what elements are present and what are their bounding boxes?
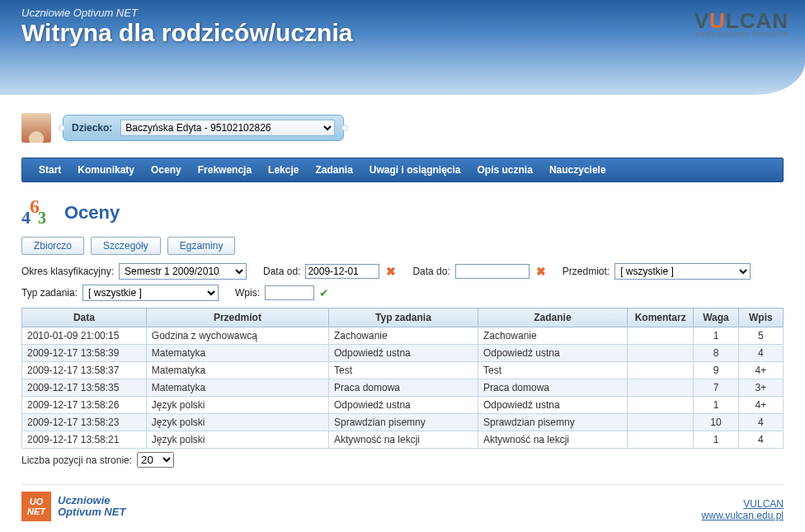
table-cell: 4 bbox=[738, 345, 783, 362]
th-waga[interactable]: Waga bbox=[694, 308, 738, 327]
grades-table: Data Przedmiot Typ zadania Zadanie Komen… bbox=[21, 308, 784, 449]
table-cell: 8 bbox=[694, 345, 738, 362]
th-komentarz[interactable]: Komentarz bbox=[627, 308, 693, 327]
table-cell: 1 bbox=[694, 397, 738, 414]
typ-label: Typ zadania: bbox=[21, 287, 78, 299]
table-cell bbox=[627, 379, 693, 397]
table-cell: Sprawdzian pisemny bbox=[478, 414, 627, 431]
header-title: Witryna dla rodziców/ucznia bbox=[21, 19, 784, 47]
header-subtitle: Uczniowie Optivum NET bbox=[21, 7, 784, 19]
table-cell bbox=[627, 414, 693, 431]
vulcan-logo: VULCAN ZARZĄDZANIE OŚWIATĄ bbox=[694, 8, 789, 38]
uonet-icon: UO NET bbox=[21, 492, 51, 521]
table-row: 2009-12-17 13:58:26Język polskiOdpowiedź… bbox=[22, 397, 784, 414]
student-avatar bbox=[21, 113, 51, 143]
table-cell: 9 bbox=[694, 362, 738, 379]
typ-select[interactable]: [ wszystkie ] bbox=[82, 285, 219, 301]
nav-oceny[interactable]: Oceny bbox=[143, 164, 190, 176]
nav-frekwencja[interactable]: Frekwencja bbox=[190, 164, 260, 176]
table-cell bbox=[627, 431, 693, 449]
nav-lekcje[interactable]: Lekcje bbox=[260, 164, 307, 176]
table-cell: Odpowiedź ustna bbox=[478, 397, 627, 414]
table-cell: Praca domowa bbox=[329, 379, 478, 397]
wpis-input[interactable] bbox=[265, 285, 314, 300]
footer-link-url[interactable]: www.vulcan.edu.pl bbox=[702, 510, 784, 521]
table-cell: 2009-12-17 13:58:21 bbox=[22, 431, 147, 449]
data-od-clear-icon[interactable]: ✖ bbox=[384, 265, 398, 278]
table-cell: Sprawdzian pisemny bbox=[329, 414, 478, 431]
header-banner: Uczniowie Optivum NET Witryna dla rodzic… bbox=[0, 0, 805, 95]
table-cell: 1 bbox=[694, 431, 738, 449]
table-cell: 2009-12-17 13:58:37 bbox=[22, 362, 147, 379]
table-row: 2009-12-17 13:58:23Język polskiSprawdzia… bbox=[22, 414, 784, 431]
table-cell: 2010-01-09 21:00:15 bbox=[22, 327, 147, 345]
tab-zbiorczo[interactable]: Zbiorczo bbox=[21, 237, 84, 255]
tab-egzaminy[interactable]: Egzaminy bbox=[167, 237, 236, 255]
nav-uwagi[interactable]: Uwagi i osiągnięcia bbox=[361, 164, 469, 176]
th-data[interactable]: Data bbox=[22, 308, 147, 327]
okres-select[interactable]: Semestr 1 2009/2010 bbox=[119, 263, 247, 280]
table-cell: 5 bbox=[738, 327, 783, 345]
footer-brand: UO NET Uczniowie Optivum NET bbox=[21, 492, 125, 521]
table-cell: Aktywność na lekcji bbox=[329, 431, 478, 449]
footer-link-vulcan[interactable]: VULCAN bbox=[702, 498, 784, 510]
th-wpis[interactable]: Wpis bbox=[738, 308, 783, 327]
table-cell: Język polski bbox=[146, 414, 328, 431]
table-cell: Aktywność na lekcji bbox=[478, 431, 627, 449]
th-przedmiot[interactable]: Przedmiot bbox=[146, 308, 328, 327]
data-od-input[interactable] bbox=[305, 264, 379, 279]
pager-select[interactable]: 20 bbox=[137, 452, 174, 468]
table-cell: Zachowanie bbox=[478, 327, 627, 345]
table-cell: Matematyka bbox=[146, 379, 328, 397]
tab-szczegoly[interactable]: Szczegóły bbox=[91, 237, 161, 255]
table-cell: Zachowanie bbox=[329, 327, 478, 345]
table-cell: Odpowiedź ustna bbox=[329, 397, 478, 414]
table-cell: Matematyka bbox=[146, 345, 328, 362]
table-row: 2009-12-17 13:58:21Język polskiAktywność… bbox=[22, 431, 784, 449]
table-cell: 2009-12-17 13:58:39 bbox=[22, 345, 147, 362]
table-cell bbox=[627, 345, 693, 362]
table-row: 2009-12-17 13:58:37MatematykaTestTest94+ bbox=[22, 362, 784, 379]
table-cell: 10 bbox=[694, 414, 738, 431]
table-cell: 3+ bbox=[738, 379, 783, 397]
table-cell bbox=[627, 362, 693, 379]
nav-nauczyciele[interactable]: Nauczyciele bbox=[541, 164, 614, 176]
table-row: 2010-01-09 21:00:15Godzina z wychowawcąZ… bbox=[22, 327, 784, 345]
table-cell: 2009-12-17 13:58:26 bbox=[22, 397, 147, 414]
table-cell: Język polski bbox=[146, 431, 328, 449]
table-cell: Język polski bbox=[146, 397, 328, 414]
data-do-clear-icon[interactable]: ✖ bbox=[534, 265, 548, 278]
data-do-label: Data do: bbox=[412, 266, 450, 277]
nav-komunikaty[interactable]: Komunikaty bbox=[69, 164, 143, 176]
table-cell bbox=[627, 397, 693, 414]
przedmiot-label: Przedmiot: bbox=[563, 266, 610, 277]
table-cell: Odpowiedź ustna bbox=[329, 345, 478, 362]
child-select[interactable]: Baczyńska Edyta - 95102102826 bbox=[120, 120, 335, 136]
table-cell: 2009-12-17 13:58:23 bbox=[22, 414, 147, 431]
th-zadanie[interactable]: Zadanie bbox=[478, 308, 627, 327]
table-row: 2009-12-17 13:58:39MatematykaOdpowiedź u… bbox=[22, 345, 784, 362]
data-od-label: Data od: bbox=[263, 266, 300, 277]
table-cell: Test bbox=[329, 362, 478, 379]
przedmiot-select[interactable]: [ wszystkie ] bbox=[614, 263, 751, 280]
nav-start[interactable]: Start bbox=[31, 164, 69, 176]
okres-label: Okres klasyfikacyjny: bbox=[21, 266, 114, 277]
nav-zadania[interactable]: Zadania bbox=[307, 164, 360, 176]
child-label: Dziecko: bbox=[72, 122, 112, 134]
table-cell: Test bbox=[478, 362, 627, 379]
data-do-input[interactable] bbox=[455, 264, 530, 279]
table-cell: 4+ bbox=[738, 362, 783, 379]
table-cell: Matematyka bbox=[146, 362, 328, 379]
table-cell: 7 bbox=[694, 379, 738, 397]
table-cell bbox=[627, 327, 693, 345]
child-selector: Dziecko: Baczyńska Edyta - 95102102826 bbox=[63, 115, 344, 141]
table-cell: 4 bbox=[738, 431, 783, 449]
nav-opis[interactable]: Opis ucznia bbox=[469, 164, 541, 176]
table-cell: 4 bbox=[738, 414, 783, 431]
page-title: Oceny bbox=[64, 202, 120, 224]
wpis-label: Wpis: bbox=[235, 287, 260, 299]
table-cell: 2009-12-17 13:58:35 bbox=[22, 379, 147, 397]
th-typ[interactable]: Typ zadania bbox=[329, 308, 478, 327]
table-cell: Praca domowa bbox=[478, 379, 627, 397]
table-row: 2009-12-17 13:58:35MatematykaPraca domow… bbox=[22, 379, 784, 397]
